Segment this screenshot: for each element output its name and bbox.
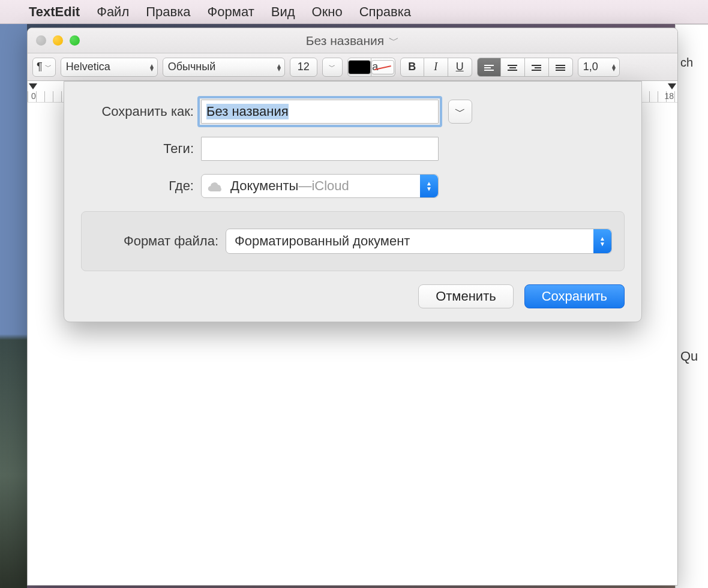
menubar: TextEdit Файл Правка Формат Вид Окно Спр… [0,0,708,24]
updown-caret-icon: ▴▾ [277,64,281,71]
app-name[interactable]: TextEdit [29,4,80,20]
chevron-down-icon: ﹀ [455,104,466,119]
window-titlebar[interactable]: Без названия ﹀ [28,28,677,53]
where-service-name: iCloud [311,178,349,194]
menu-view[interactable]: Вид [271,4,295,20]
window-close-button[interactable] [36,35,46,46]
highlight-color-button[interactable]: a [371,58,395,77]
font-style-select[interactable]: Обычный ▴▾ [163,58,285,77]
cloud-icon [208,180,224,192]
window-zoom-button[interactable] [70,35,80,46]
tags-input[interactable] [201,137,439,161]
left-indent-marker-icon[interactable] [29,83,37,89]
pilcrow-icon: ¶ [37,61,43,73]
desktop-wallpaper-strip [0,24,27,588]
updown-caret-icon: ▴▾ [612,64,616,71]
file-format-label: Формат файла: [94,233,226,249]
formatting-toolbar: ¶ ﹀ Helvetica ▴▾ Обычный ▴▾ 12 ﹀ a B I U [28,53,677,81]
align-center-icon [508,64,517,71]
menu-file[interactable]: Файл [97,4,129,20]
expand-save-dialog-button[interactable]: ﹀ [448,100,472,124]
align-left-icon [484,64,494,71]
right-indent-marker-icon[interactable] [668,83,676,89]
font-style-value: Обычный [168,61,228,73]
paragraph-style-button[interactable]: ¶ ﹀ [32,58,56,77]
where-label: Где: [81,178,201,194]
align-right-icon [532,64,541,71]
text-style-group: B I U [400,58,472,77]
cancel-button[interactable]: Отменить [418,284,514,308]
no-highlight-icon: a [371,60,394,74]
menu-help[interactable]: Справка [359,4,411,20]
updown-caret-icon: ▲▼ [593,229,611,253]
where-folder-name: Документы [230,178,298,194]
save-sheet: Сохранить как: ﹀ Теги: Где: Документы — … [64,81,642,322]
window-traffic-lights [36,35,80,46]
updown-caret-icon: ▴▾ [150,64,154,71]
where-separator: — [298,178,311,194]
text-color-button[interactable] [347,58,371,77]
chevron-down-icon: ﹀ [389,34,399,47]
align-justify-icon [556,64,565,71]
window-minimize-button[interactable] [53,35,63,46]
background-text-fragment: Qu [680,349,698,364]
tags-label: Теги: [81,141,201,157]
color-swatch-icon [348,60,371,74]
font-size-field[interactable]: 12 [290,58,317,77]
menu-edit[interactable]: Правка [146,4,190,20]
alignment-group [477,58,573,77]
ruler-end-label: 18 [664,91,674,101]
ruler-start-label: 0 [31,91,36,101]
textedit-window: Без названия ﹀ ¶ ﹀ Helvetica ▴▾ Обычный … [27,28,678,586]
font-size-dropdown[interactable]: ﹀ [322,58,343,77]
bold-button[interactable]: B [400,58,424,77]
file-format-select[interactable]: Форматированный документ ▲▼ [226,229,612,254]
line-spacing-select[interactable]: 1,0 ▴▾ [578,58,620,77]
align-center-button[interactable] [501,58,525,77]
menu-format[interactable]: Формат [208,4,254,20]
italic-button[interactable]: I [424,58,448,77]
align-left-button[interactable] [477,58,501,77]
line-spacing-value: 1,0 [583,61,610,73]
filename-input[interactable] [201,100,439,124]
menu-window[interactable]: Окно [312,4,343,20]
document-title[interactable]: Без названия ﹀ [306,34,399,48]
chevron-down-icon: ﹀ [45,62,52,71]
background-text-fragment: ch [680,56,693,70]
align-right-button[interactable] [525,58,549,77]
underline-button[interactable]: U [448,58,472,77]
align-justify-button[interactable] [549,58,573,77]
document-title-text: Без названия [306,34,384,48]
file-format-value: Форматированный документ [235,233,410,249]
background-window-edge: ch Qu [675,24,708,588]
chevron-down-icon: ﹀ [329,62,335,71]
file-format-panel: Формат файла: Форматированный документ ▲… [81,211,625,271]
font-family-value: Helvetica [66,61,122,73]
color-group: a [347,58,395,77]
updown-caret-icon: ▲▼ [420,175,438,197]
font-family-select[interactable]: Helvetica ▴▾ [61,58,158,77]
where-location-select[interactable]: Документы — iCloud ▲▼ [201,174,439,198]
save-button[interactable]: Сохранить [524,284,625,308]
save-as-label: Сохранить как: [81,104,201,119]
